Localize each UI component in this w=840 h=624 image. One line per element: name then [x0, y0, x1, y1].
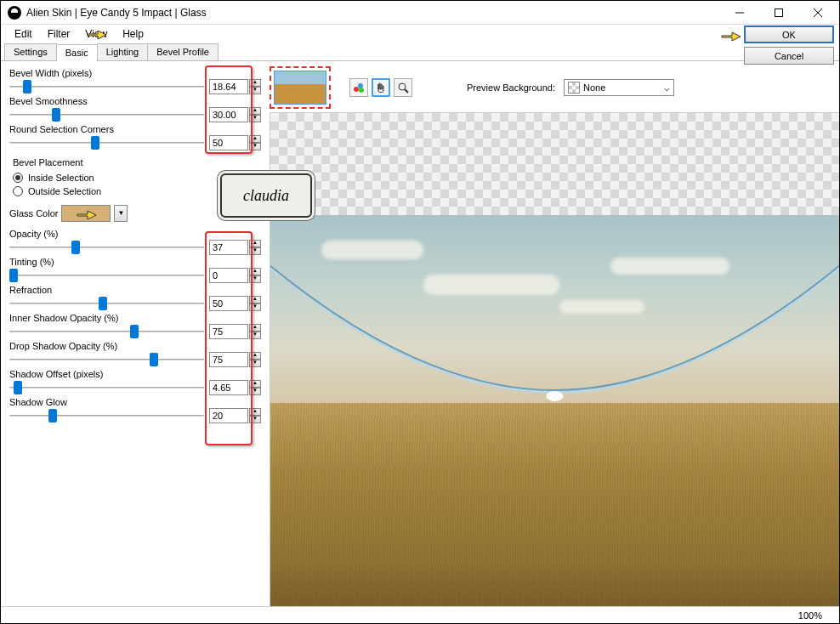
pointer-hand-icon [86, 26, 108, 43]
spin-up-icon[interactable]: ▲ [249, 135, 261, 143]
menu-filter[interactable]: Filter [41, 27, 77, 41]
tab-settings[interactable]: Settings [4, 43, 57, 60]
parameters-panel: Bevel Width (pixels) 18.64 ▲ ▼ Bevel Smo… [1, 61, 270, 606]
right-panel: Preview Background: None ⌵ [270, 61, 839, 606]
spin-up-icon[interactable]: ▲ [249, 107, 261, 115]
zoom-level: 100% [798, 610, 822, 621]
watermark: claudia [220, 173, 312, 218]
param-slider[interactable] [9, 352, 204, 367]
param-value[interactable]: 50 [209, 296, 248, 311]
param-value[interactable]: 75 [209, 352, 248, 367]
param-value[interactable]: 18.64 [209, 79, 248, 94]
chevron-down-icon: ⌵ [664, 82, 670, 94]
tab-basic[interactable]: Basic [56, 44, 98, 61]
param-row: Inner Shadow Opacity (%) 75 ▲ ▼ [9, 313, 261, 339]
spin-down-icon[interactable]: ▼ [249, 115, 261, 122]
spin-up-icon[interactable]: ▲ [249, 380, 261, 388]
spin-down-icon[interactable]: ▼ [249, 275, 261, 283]
param-row: Bevel Smoothness 30.00 ▲ ▼ [9, 96, 261, 122]
glass-color-dropdown[interactable]: ▼ [114, 205, 128, 222]
minimize-button[interactable] [720, 1, 759, 25]
tool-zoom[interactable] [394, 78, 412, 97]
param-slider[interactable] [9, 240, 204, 255]
param-spinner[interactable]: ▲ ▼ [249, 408, 261, 423]
close-button[interactable] [798, 1, 837, 25]
spin-down-icon[interactable]: ▼ [249, 143, 261, 150]
param-slider[interactable] [9, 107, 204, 122]
spin-up-icon[interactable]: ▲ [249, 352, 261, 360]
tool-hand[interactable] [372, 78, 390, 97]
spin-up-icon[interactable]: ▲ [249, 79, 261, 87]
watermark-text: claudia [243, 187, 289, 205]
spin-up-icon[interactable]: ▲ [249, 268, 261, 275]
svg-point-5 [358, 83, 363, 88]
bevel-placement-label: Bevel Placement [13, 157, 261, 167]
param-row: Opacity (%) 37 ▲ ▼ [9, 229, 261, 255]
spin-up-icon[interactable]: ▲ [249, 324, 261, 332]
spin-up-icon[interactable]: ▲ [249, 240, 261, 247]
param-slider[interactable] [9, 324, 204, 339]
param-spinner[interactable]: ▲ ▼ [249, 296, 261, 311]
spin-down-icon[interactable]: ▼ [249, 388, 261, 395]
pointer-hand-icon [76, 206, 98, 223]
param-row: Shadow Offset (pixels) 4.65 ▲ ▼ [9, 369, 261, 395]
spin-down-icon[interactable]: ▼ [249, 87, 261, 94]
tab-bevel-profile[interactable]: Bevel Profile [147, 43, 219, 60]
spin-down-icon[interactable]: ▼ [249, 360, 261, 367]
param-spinner[interactable]: ▲ ▼ [249, 240, 261, 255]
ok-button[interactable]: OK [744, 26, 834, 43]
preview-toolbar: Preview Background: None ⌵ [270, 61, 839, 112]
param-spinner[interactable]: ▲ ▼ [249, 380, 261, 395]
menu-edit[interactable]: Edit [8, 27, 39, 41]
param-spinner[interactable]: ▲ ▼ [249, 352, 261, 367]
spin-down-icon[interactable]: ▼ [249, 416, 261, 423]
param-value[interactable]: 30.00 [209, 107, 248, 122]
preview-thumbnail[interactable] [270, 66, 331, 109]
param-spinner[interactable]: ▲ ▼ [249, 107, 261, 122]
spin-down-icon[interactable]: ▼ [249, 332, 261, 339]
titlebar: Alien Skin | Eye Candy 5 Impact | Glass [1, 1, 839, 25]
param-slider[interactable] [9, 79, 204, 94]
param-slider[interactable] [9, 268, 204, 283]
param-spinner[interactable]: ▲ ▼ [249, 268, 261, 283]
maximize-button[interactable] [759, 1, 798, 25]
menubar: Edit Filter View Help [1, 25, 839, 43]
glass-color-swatch[interactable] [61, 205, 111, 222]
checker-icon [568, 82, 580, 94]
param-spinner[interactable]: ▲ ▼ [249, 79, 261, 94]
param-label: Shadow Glow [9, 397, 261, 407]
window-controls [720, 1, 837, 25]
svg-point-4 [354, 87, 359, 92]
param-label: Shadow Offset (pixels) [9, 369, 261, 379]
preview-background-select[interactable]: None ⌵ [564, 79, 674, 96]
param-slider[interactable] [9, 296, 204, 311]
svg-rect-1 [775, 9, 783, 16]
spin-up-icon[interactable]: ▲ [249, 296, 261, 303]
param-slider[interactable] [9, 380, 204, 395]
spin-down-icon[interactable]: ▼ [249, 303, 261, 311]
preview-area[interactable] [270, 112, 839, 606]
param-value[interactable]: 50 [209, 135, 248, 150]
tool-color-picker[interactable] [349, 78, 368, 97]
param-slider[interactable] [9, 135, 204, 150]
param-slider[interactable] [9, 408, 204, 423]
menu-help[interactable]: Help [116, 27, 150, 41]
spin-up-icon[interactable]: ▲ [249, 408, 261, 416]
svg-point-6 [359, 88, 364, 93]
svg-point-9 [546, 391, 563, 401]
param-value[interactable]: 37 [209, 240, 248, 255]
tab-lighting[interactable]: Lighting [97, 43, 149, 60]
param-value[interactable]: 4.65 [209, 380, 248, 395]
param-value[interactable]: 0 [209, 268, 248, 283]
ok-button-label: OK [782, 30, 796, 40]
param-row: Drop Shadow Opacity (%) 75 ▲ ▼ [9, 341, 261, 367]
app-icon [8, 6, 21, 20]
radio-label: Outside Selection [28, 186, 101, 196]
param-spinner[interactable]: ▲ ▼ [249, 324, 261, 339]
param-spinner[interactable]: ▲ ▼ [249, 135, 261, 150]
param-value[interactable]: 75 [209, 324, 248, 339]
param-label: Refraction [9, 285, 261, 295]
param-value[interactable]: 20 [209, 408, 248, 423]
spin-down-icon[interactable]: ▼ [249, 247, 261, 255]
svg-line-8 [405, 89, 408, 93]
